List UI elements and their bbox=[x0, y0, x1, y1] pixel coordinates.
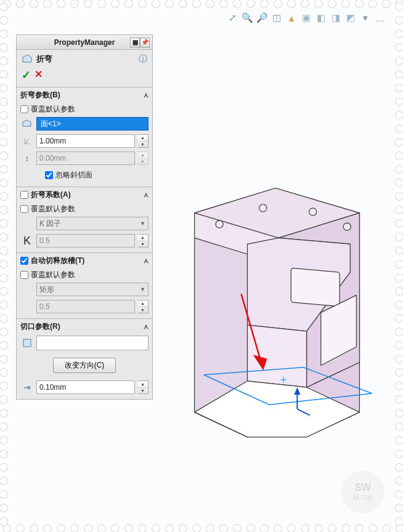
svg-rect-0 bbox=[23, 339, 31, 347]
collapse-icon: ⋏ bbox=[144, 91, 149, 99]
offset-spinner: ▲▼ bbox=[137, 151, 149, 165]
section-bend-allowance-header[interactable]: 折弯系数(A) ⋏ bbox=[17, 187, 152, 203]
section-auto-relief-header[interactable]: 自动切释放槽(T) ⋏ bbox=[17, 253, 152, 268]
gap-spinner[interactable]: ▲▼ bbox=[137, 381, 149, 394]
help-icon[interactable]: ⓘ bbox=[139, 54, 147, 65]
bend-radius-input[interactable]: 1.00mm bbox=[36, 134, 135, 148]
display-style-icon[interactable]: ▣ bbox=[299, 11, 313, 25]
more-icon[interactable]: … bbox=[373, 11, 387, 25]
section-view-icon[interactable]: ◫ bbox=[270, 11, 283, 25]
override-default-checkbox[interactable] bbox=[20, 205, 28, 213]
k-factor-icon: K bbox=[20, 235, 34, 248]
zoom-area-icon[interactable]: 🔍 bbox=[240, 11, 254, 25]
auto-relief-enable-checkbox[interactable] bbox=[20, 257, 28, 265]
relief-ratio-input[interactable]: 0.5 bbox=[36, 300, 135, 313]
watermark: SW 研习社 bbox=[341, 470, 385, 514]
chevron-down-icon: ▼ bbox=[140, 286, 145, 292]
svg-point-5 bbox=[343, 223, 351, 230]
override-label: 覆盖默认参数 bbox=[31, 104, 75, 115]
change-direction-button[interactable]: 改变方向(C) bbox=[53, 358, 116, 373]
offset-icon: ↕ bbox=[20, 151, 34, 165]
section-label: 自动切释放槽(T) bbox=[31, 256, 144, 266]
offset-input: 0.00mm bbox=[36, 151, 135, 165]
zoom-prev-icon[interactable]: 🔎 bbox=[255, 11, 269, 25]
section-label: 折弯系数(A) bbox=[31, 190, 144, 200]
collapse-icon: ⋏ bbox=[144, 323, 149, 331]
section-rip-params-header[interactable]: 切口参数(R) ⋏ bbox=[17, 319, 152, 334]
view-toolbar: ⤢ 🔍 🔎 ◫ ▲ ▣ ◧ ◨ ◩ ▾ … bbox=[166, 11, 391, 28]
override-label: 覆盖默认参数 bbox=[31, 270, 75, 280]
rip-edges-selection[interactable] bbox=[36, 336, 149, 350]
gap-input[interactable]: 0.10mm bbox=[36, 381, 135, 394]
command-title: 折弯 bbox=[36, 54, 135, 65]
svg-point-4 bbox=[309, 208, 317, 216]
gap-icon: ⇥ bbox=[20, 381, 34, 394]
bend-radius-icon: ⟀ bbox=[20, 134, 34, 148]
hide-show-icon[interactable]: ◧ bbox=[314, 11, 328, 25]
edit-appearance-icon[interactable]: ◨ bbox=[329, 11, 343, 25]
override-label: 覆盖默认参数 bbox=[31, 204, 75, 214]
bend-radius-spinner[interactable]: ▲▼ bbox=[137, 134, 149, 148]
pm-title-bar: PropertyManager ▦ 📌 bbox=[17, 35, 152, 50]
cancel-button[interactable]: ✕ bbox=[35, 68, 43, 82]
property-manager-panel: PropertyManager ▦ 📌 折弯 ⓘ ✓ ✕ 折弯参数(B) ⋏ 覆… bbox=[16, 34, 153, 400]
collapse-icon: ⋏ bbox=[144, 191, 149, 199]
bend-feature-icon bbox=[22, 54, 33, 65]
apply-scene-icon[interactable]: ◩ bbox=[344, 11, 357, 25]
svg-rect-1 bbox=[291, 268, 340, 306]
graphics-viewport[interactable] bbox=[160, 31, 391, 520]
k-factor-spinner[interactable]: ▲▼ bbox=[137, 234, 149, 248]
face-selection-box[interactable]: 面<1> bbox=[36, 117, 149, 131]
zoom-fit-icon[interactable]: ⤢ bbox=[226, 11, 239, 25]
pushpin-icon[interactable]: 📌 bbox=[140, 38, 150, 47]
ignore-bevel-checkbox[interactable] bbox=[45, 171, 53, 179]
pm-title-text: PropertyManager bbox=[54, 38, 115, 47]
override-default-checkbox[interactable] bbox=[20, 271, 28, 279]
bend-allowance-enable-checkbox[interactable] bbox=[20, 191, 28, 199]
ignore-bevel-label: 忽略斜切面 bbox=[55, 170, 92, 180]
keep-visible-icon[interactable]: ▦ bbox=[130, 38, 140, 47]
fixed-face-icon bbox=[20, 117, 34, 131]
collapse-icon: ⋏ bbox=[144, 257, 149, 265]
override-default-checkbox[interactable] bbox=[20, 105, 28, 113]
allowance-type-dropdown[interactable]: K 因子 ▼ bbox=[36, 217, 149, 230]
ok-button[interactable]: ✓ bbox=[22, 68, 31, 82]
relief-type-dropdown[interactable]: 矩形 ▼ bbox=[36, 283, 149, 296]
chevron-down-icon: ▼ bbox=[140, 220, 145, 227]
relief-ratio-spinner[interactable]: ▲▼ bbox=[137, 300, 149, 313]
face-selection-value: 面<1> bbox=[41, 119, 61, 129]
section-bend-params-header[interactable]: 折弯参数(B) ⋏ bbox=[17, 87, 152, 103]
section-label: 折弯参数(B) bbox=[20, 90, 144, 100]
k-factor-input[interactable]: 0.5 bbox=[36, 234, 135, 248]
view-orientation-icon[interactable]: ▲ bbox=[285, 11, 298, 25]
rip-edges-icon bbox=[20, 336, 34, 350]
svg-point-2 bbox=[216, 220, 223, 228]
svg-point-3 bbox=[259, 204, 267, 212]
section-label: 切口参数(R) bbox=[20, 321, 144, 332]
view-settings-icon[interactable]: ▾ bbox=[359, 11, 372, 25]
